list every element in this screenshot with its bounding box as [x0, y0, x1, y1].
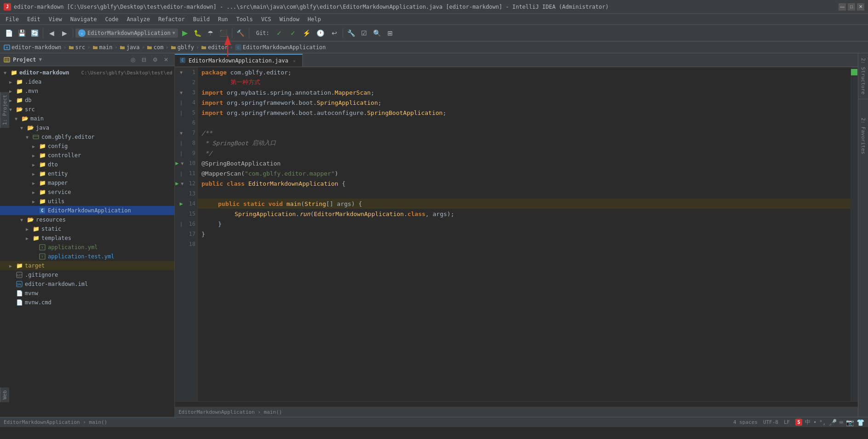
minimize-button[interactable]: — [839, 3, 846, 11]
svg-rect-10 [33, 135, 39, 139]
structure-tab[interactable]: 2: Structure [858, 53, 868, 99]
menu-run[interactable]: Run [214, 15, 232, 23]
tree-item-java[interactable]: ▼ 📂 java [0, 123, 174, 132]
favorites-tab[interactable]: 2: Favorites [858, 113, 868, 159]
back-button[interactable]: ◀ [46, 27, 57, 39]
git-push-button[interactable]: ✓ [287, 27, 299, 39]
sogou-skin-icon[interactable]: 👕 [857, 419, 864, 426]
tree-item-config[interactable]: ▶ 📁 config [0, 142, 174, 151]
git-revert-button[interactable]: ↩ [328, 27, 340, 39]
gutter-line-11: | 11 [175, 168, 197, 178]
breadcrumb-item-classfile[interactable]: C EditorMarkdownApplication [235, 44, 326, 51]
breadcrumb-item-editor[interactable]: editor [201, 44, 228, 51]
panel-hide[interactable]: ✕ [161, 55, 171, 64]
tab-close-button[interactable]: ✕ [291, 57, 298, 64]
menu-vcs[interactable]: VCS [258, 15, 275, 23]
tree-label-root: editor-markdown [19, 69, 79, 76]
web-tab-left[interactable]: Web [0, 388, 9, 402]
settings-button[interactable]: 🔧 [345, 27, 357, 39]
run-config-selector[interactable]: ☕ EditorMarkdownApplication ▼ [75, 29, 178, 38]
sogou-keyboard-icon[interactable]: ⌨ [839, 419, 843, 426]
breadcrumb-item-gblfy[interactable]: gblfy [171, 44, 194, 51]
tree-item-controller[interactable]: ▶ 📁 controller [0, 151, 174, 160]
stop-button[interactable]: ⬛ [218, 27, 230, 39]
code-content[interactable]: package com.gblfy.editor; 第一种方式 import o… [198, 67, 851, 401]
menu-edit[interactable]: Edit [23, 15, 44, 23]
debug-button[interactable]: 🐛 [192, 27, 204, 39]
menu-help[interactable]: Help [304, 15, 325, 23]
tree-item-package[interactable]: ▼ com.gblfy.editor [0, 132, 174, 142]
menu-view[interactable]: View [45, 15, 66, 23]
tasks-button[interactable]: ☑ [358, 27, 370, 39]
panel-settings[interactable]: ⚙ [150, 55, 160, 64]
tree-item-target[interactable]: ▶ 📁 target [0, 261, 174, 270]
tree-item-iml[interactable]: ▶ IML editor-markdown.iml [0, 279, 174, 289]
tree-item-service[interactable]: ▶ 📁 service [0, 188, 174, 197]
tree-item-mvnw-cmd[interactable]: ▶ 📄 mvnw.cmd [0, 298, 174, 307]
panel-dropdown-indicator: ▼ [39, 57, 42, 63]
run-icon-14[interactable]: ▶ [178, 200, 184, 207]
breadcrumb-item-root[interactable]: M editor-markdown [4, 44, 61, 51]
layout-button[interactable]: ⊞ [384, 27, 396, 39]
menu-code[interactable]: Code [102, 15, 122, 23]
bottom-scrollbar[interactable] [175, 401, 858, 407]
tree-item-gitignore[interactable]: ▶ GIT .gitignore [0, 270, 174, 279]
search-everywhere-button[interactable]: 🔍 [371, 27, 383, 39]
menu-refactor[interactable]: Refactor [155, 15, 189, 23]
menu-window[interactable]: Window [276, 15, 303, 23]
run-icon-10[interactable]: ▶ [175, 160, 179, 166]
tree-item-mapper[interactable]: ▶ 📁 mapper [0, 178, 174, 188]
tree-item-templates[interactable]: ▶ 📁 templates [0, 234, 174, 243]
breadcrumb-item-java[interactable]: java [120, 44, 140, 51]
tree-item-dto[interactable]: ▶ 📁 dto [0, 160, 174, 169]
git-update-button[interactable]: ⚡ [301, 27, 313, 39]
tree-item-entity[interactable]: ▶ 📁 entity [0, 169, 174, 178]
tree-item-idea[interactable]: ▶ 📁 .idea [0, 77, 174, 86]
build-project-button[interactable]: 🔨 [235, 27, 247, 39]
run-with-coverage-button[interactable]: ☂ [205, 27, 217, 39]
new-file-button[interactable]: 📄 [3, 27, 15, 39]
panel-scroll-to-source[interactable]: ◎ [128, 55, 138, 64]
breadcrumb-item-src[interactable]: src [69, 44, 86, 51]
tree-item-root[interactable]: ▼ 📁 editor-markdown C:\Users\gblfy\Deskt… [0, 68, 174, 77]
keyword-import-5: import [201, 109, 223, 116]
tree-item-mvnw[interactable]: ▶ 📄 mvnw [0, 289, 174, 298]
line-num-2: 2 [185, 79, 195, 86]
tree-item-db[interactable]: ▶ 📁 db [0, 96, 174, 105]
git-commit-button[interactable]: ✓ [273, 27, 285, 39]
line-num-14: 14 [185, 200, 195, 207]
menu-file[interactable]: File [2, 15, 23, 23]
sogou-mic-icon[interactable]: 🎤 [829, 419, 837, 426]
sync-button[interactable]: 🔄 [29, 27, 40, 39]
fold-icon-9: | [178, 151, 184, 156]
run-icon-12[interactable]: ▶ [175, 180, 179, 187]
git-history-button[interactable]: 🕐 [315, 27, 327, 39]
forward-button[interactable]: ▶ [58, 27, 70, 39]
panel-collapse-all[interactable]: ⊟ [139, 55, 149, 64]
tree-item-mvn[interactable]: ▶ 📁 .mvn [0, 86, 174, 96]
breadcrumb-item-main[interactable]: main [92, 44, 113, 51]
string-11: "com.gblfy.editor.mapper" [245, 170, 335, 177]
tree-item-editor-app[interactable]: ▶ C EditorMarkdownApplication [0, 206, 174, 215]
tree-item-app-yml[interactable]: ▶ Y application.yml [0, 243, 174, 252]
project-tab-left[interactable]: 1: Project [0, 92, 9, 128]
tree-item-main[interactable]: ▼ 📂 main [0, 114, 174, 123]
tree-item-resources[interactable]: ▼ 📂 resources [0, 215, 174, 224]
tree-item-static[interactable]: ▶ 📁 static [0, 224, 174, 234]
run-button[interactable]: ▶ [179, 27, 191, 39]
tree-item-src[interactable]: ▼ 📂 src [0, 105, 174, 114]
dot-15: . [296, 211, 299, 217]
breadcrumb-item-com[interactable]: com [147, 44, 164, 51]
menu-build[interactable]: Build [190, 15, 213, 23]
maximize-button[interactable]: □ [848, 3, 855, 11]
menu-navigate[interactable]: Navigate [67, 15, 101, 23]
menu-analyze[interactable]: Analyze [123, 15, 154, 23]
breadcrumb-sep-3: › [114, 44, 117, 51]
sogou-camera-icon[interactable]: 📷 [846, 419, 854, 426]
close-button[interactable]: ✕ [857, 3, 864, 11]
tab-editor-app[interactable]: C EditorMarkdownApplication.java ✕ [175, 54, 303, 67]
menu-tools[interactable]: Tools [233, 15, 257, 23]
tree-item-app-test-yml[interactable]: ▶ Y application-test.yml [0, 252, 174, 261]
save-button[interactable]: 💾 [16, 27, 28, 39]
tree-item-utils[interactable]: ▶ 📁 utils [0, 197, 174, 206]
